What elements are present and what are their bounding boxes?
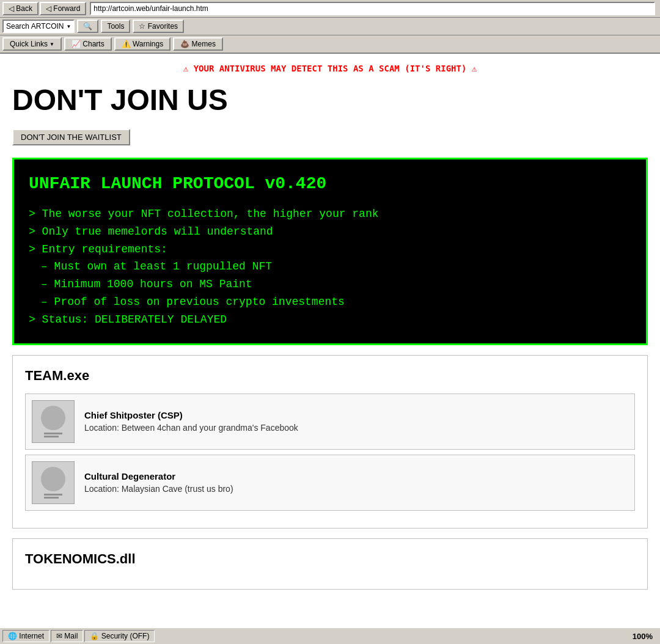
tokenomics-section: TOKENOMICS.dll xyxy=(12,538,648,590)
search-button[interactable]: 🔍 xyxy=(77,20,98,33)
forward-button[interactable]: ◁ Forward xyxy=(40,2,86,15)
search-toolbar: Search ARTCOIN ▼ 🔍 Tools ☆ Favorites xyxy=(0,18,660,35)
team-section-title: TEAM.exe xyxy=(25,368,635,384)
avatar-lines-2 xyxy=(44,494,62,499)
quick-links-chevron-icon: ▼ xyxy=(50,42,54,47)
quick-links-button[interactable]: Quick Links ▼ xyxy=(2,37,62,51)
terminal-line-1: > The worse your NFT collection, the hig… xyxy=(29,205,631,223)
terminal-title: UNFAIR LAUNCH PROTOCOL v0.420 xyxy=(29,174,631,193)
avatar-line xyxy=(44,436,59,437)
address-bar[interactable] xyxy=(90,2,655,15)
team-location-2: Location: Malaysian Cave (trust us bro) xyxy=(84,484,233,494)
terminal-line-2: > Only true memelords will understand xyxy=(29,223,631,241)
avatar-line xyxy=(44,494,62,496)
terminal-box: UNFAIR LAUNCH PROTOCOL v0.420 > The wors… xyxy=(12,158,648,345)
page-title: DON'T JOIN US xyxy=(12,83,648,117)
back-button[interactable]: ◁ Back xyxy=(2,2,38,15)
chevron-down-icon: ▼ xyxy=(66,24,71,29)
team-location-1: Location: Between 4chan and your grandma… xyxy=(84,423,298,433)
mail-status: ✉ Mail xyxy=(51,630,83,642)
team-info-2: Cultural Degenerator Location: Malaysian… xyxy=(84,471,233,494)
quick-links-label: Quick Links xyxy=(10,40,48,48)
team-role-1: Chief Shitposter (CSP) xyxy=(84,410,298,420)
terminal-line-6: – Proof of loss on previous crypto inves… xyxy=(29,293,631,311)
avatar-lines-1 xyxy=(44,433,62,437)
team-card-2: Cultural Degenerator Location: Malaysian… xyxy=(25,455,635,511)
terminal-line-3: > Entry requirements: xyxy=(29,241,631,258)
memes-button[interactable]: 💩 Memes xyxy=(173,37,223,51)
search-label: Search ARTCOIN xyxy=(6,22,64,31)
antivirus-warning: ⚠ YOUR ANTIVIRUS MAY DETECT THIS AS A SC… xyxy=(12,64,648,73)
security-status: 🔒 Security (OFF) xyxy=(84,630,155,642)
bookmarks-bar: Quick Links ▼ 📈 Charts ⚠️ Warnings 💩 Mem… xyxy=(0,35,660,53)
team-role-2: Cultural Degenerator xyxy=(84,471,233,481)
tokenomics-title: TOKENOMICS.dll xyxy=(25,551,635,567)
team-section: TEAM.exe Chief Shitposter (CSP) Location… xyxy=(12,355,648,529)
internet-status: 🌐 Internet xyxy=(2,630,50,642)
favorites-button[interactable]: ☆ Favorites xyxy=(133,20,184,33)
internet-label: 🌐 Internet xyxy=(8,632,44,640)
security-label: 🔒 Security (OFF) xyxy=(90,632,149,640)
status-bar-left: 🌐 Internet ✉ Mail 🔒 Security (OFF) xyxy=(2,630,155,642)
mail-label: ✉ Mail xyxy=(56,632,78,640)
terminal-line-4: – Must own at least 1 rugpulled NFT xyxy=(29,258,631,276)
terminal-line-7: > Status: DELIBERATELY DELAYED xyxy=(29,311,631,329)
browser-chrome: ◁ Back ◁ Forward Search ARTCOIN ▼ 🔍 Tool… xyxy=(0,0,660,54)
terminal-line-5: – Minimum 1000 hours on MS Paint xyxy=(29,276,631,293)
avatar-line xyxy=(44,433,62,434)
nav-bar: ◁ Back ◁ Forward xyxy=(0,0,660,18)
avatar-1 xyxy=(32,400,75,443)
search-dropdown[interactable]: Search ARTCOIN ▼ xyxy=(2,20,75,33)
avatar-placeholder-1 xyxy=(41,406,65,430)
avatar-placeholder-2 xyxy=(41,467,65,491)
page-content: ⚠ YOUR ANTIVIRUS MAY DETECT THIS AS A SC… xyxy=(0,54,660,627)
zoom-level: 100% xyxy=(632,632,658,641)
charts-button[interactable]: 📈 Charts xyxy=(64,37,112,51)
address-bar-container xyxy=(90,2,655,15)
tools-button[interactable]: Tools xyxy=(101,20,130,33)
team-card-1: Chief Shitposter (CSP) Location: Between… xyxy=(25,393,635,450)
avatar-2 xyxy=(32,461,75,504)
status-bar: 🌐 Internet ✉ Mail 🔒 Security (OFF) 100% xyxy=(0,627,660,644)
warnings-button[interactable]: ⚠️ Warnings xyxy=(114,37,171,51)
waitlist-button[interactable]: DON'T JOIN THE WAITLIST xyxy=(12,129,130,145)
avatar-line xyxy=(44,497,59,499)
team-info-1: Chief Shitposter (CSP) Location: Between… xyxy=(84,410,298,433)
